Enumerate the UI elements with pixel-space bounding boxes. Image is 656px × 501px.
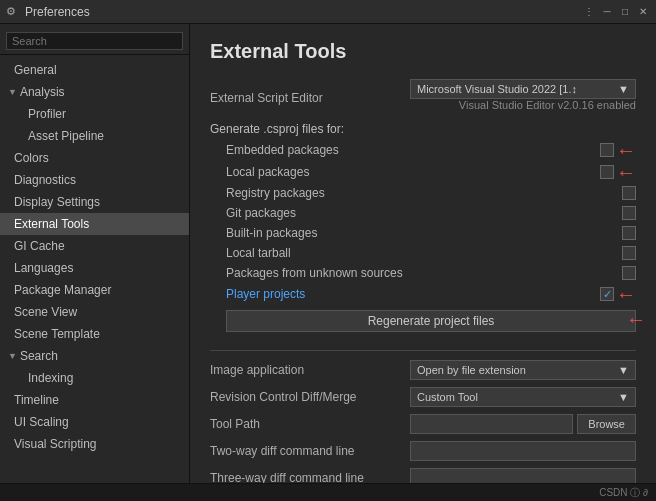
image-app-value: Open by file extension [417,364,526,376]
vs-editor-note: Visual Studio Editor v2.0.16 enabled [410,99,636,111]
tool-path-input[interactable] [410,414,573,434]
cb-label-git: Git packages [226,206,618,220]
cb-label-player: Player projects [226,287,596,301]
external-script-editor-dropdown[interactable]: Microsoft Visual Studio 2022 [1.↕ ▼ [410,79,636,99]
sidebar-item-search[interactable]: ▼Search [0,345,189,367]
collapse-arrow: ▼ [8,83,17,101]
generate-label: Generate .csproj files for: [210,122,636,136]
main-layout: General ▼Analysis Profiler Asset Pipelin… [0,24,656,483]
sidebar-item-external-tools[interactable]: External Tools [0,213,189,235]
revision-label: Revision Control Diff/Merge [210,390,410,404]
revision-row: Revision Control Diff/Merge Custom Tool … [210,386,636,408]
sidebar-item-package-manager[interactable]: Package Manager [0,279,189,301]
sidebar-item-scene-template[interactable]: Scene Template [0,323,189,345]
window-controls: ⋮ ─ □ ✕ [582,5,650,19]
checkbox-row-player: Player projects ✓ ← [210,284,636,304]
cb-label-local: Local packages [226,165,596,179]
checkbox-row-unknown: Packages from unknown sources [210,264,636,282]
title-bar: ⚙ Preferences ⋮ ─ □ ✕ [0,0,656,24]
three-way-label: Three-way diff command line [210,471,410,483]
dropdown-arrow: ▼ [618,83,629,95]
sidebar-item-gi-cache[interactable]: GI Cache [0,235,189,257]
checkbox-row-builtin: Built-in packages [210,224,636,242]
regen-area: Regenerate project files ← [210,306,636,342]
tool-path-label: Tool Path [210,417,410,431]
cb-label-unknown: Packages from unknown sources [226,266,618,280]
sidebar-search-area [0,28,189,55]
cb-label-embedded: Embedded packages [226,143,596,157]
two-way-control [410,441,636,461]
close-button[interactable]: ✕ [636,5,650,19]
image-app-dropdown[interactable]: Open by file extension ▼ [410,360,636,380]
sidebar-item-languages[interactable]: Languages [0,257,189,279]
sidebar-item-visual-scripting[interactable]: Visual Scripting [0,433,189,455]
cb-label-tarball: Local tarball [226,246,618,260]
cb-label-builtin: Built-in packages [226,226,618,240]
sidebar-item-analysis[interactable]: ▼Analysis [0,81,189,103]
cb-git[interactable] [622,206,636,220]
checkbox-row-registry: Registry packages [210,184,636,202]
arrow-player: ← [616,284,636,304]
sidebar-item-general[interactable]: General [0,59,189,81]
image-app-dropdown-arrow: ▼ [618,364,629,376]
tool-path-row: Tool Path Browse [210,413,636,435]
search-input[interactable] [6,32,183,50]
cb-local[interactable] [600,165,614,179]
external-script-editor-control: Microsoft Visual Studio 2022 [1.↕ ▼ Visu… [410,79,636,117]
sidebar-item-ui-scaling[interactable]: UI Scaling [0,411,189,433]
revision-value: Custom Tool [417,391,478,403]
arrow-regen: ← [626,308,646,331]
cb-tarball[interactable] [622,246,636,260]
embedded-cb-area: ← [596,140,636,160]
sidebar-item-timeline[interactable]: Timeline [0,389,189,411]
window-title: Preferences [25,5,582,19]
revision-dropdown-arrow: ▼ [618,391,629,403]
sidebar-item-indexing[interactable]: Indexing [0,367,189,389]
sidebar-item-asset-pipeline[interactable]: Asset Pipeline [0,125,189,147]
two-way-input[interactable] [410,441,636,461]
cb-registry[interactable] [622,186,636,200]
sidebar-item-diagnostics[interactable]: Diagnostics [0,169,189,191]
arrow-local: ← [616,162,636,182]
tool-path-control: Browse [410,414,636,434]
browse-button[interactable]: Browse [577,414,636,434]
cb-label-registry: Registry packages [226,186,618,200]
two-way-row: Two-way diff command line [210,440,636,462]
image-app-label: Image application [210,363,410,377]
checkbox-row-local: Local packages ← [210,162,636,182]
player-cb-area: ✓ ← [596,284,636,304]
three-way-input[interactable] [410,468,636,483]
cb-builtin[interactable] [622,226,636,240]
content-area: External Tools External Script Editor Mi… [190,24,656,483]
cb-embedded[interactable] [600,143,614,157]
gear-icon: ⚙ [6,5,20,19]
revision-dropdown[interactable]: Custom Tool ▼ [410,387,636,407]
maximize-button[interactable]: □ [618,5,632,19]
cb-player[interactable]: ✓ [600,287,614,301]
three-way-row: Three-way diff command line [210,467,636,483]
menu-icon[interactable]: ⋮ [582,5,596,19]
page-title: External Tools [210,40,636,63]
revision-control: Custom Tool ▼ [410,387,636,407]
external-script-editor-value: Microsoft Visual Studio 2022 [1.↕ [417,83,577,95]
regenerate-button[interactable]: Regenerate project files [226,310,636,332]
sidebar-item-display-settings[interactable]: Display Settings [0,191,189,213]
collapse-arrow-search: ▼ [8,347,17,365]
minimize-button[interactable]: ─ [600,5,614,19]
external-script-editor-label: External Script Editor [210,91,410,105]
sidebar: General ▼Analysis Profiler Asset Pipelin… [0,24,190,483]
cb-unknown[interactable] [622,266,636,280]
checkbox-row-embedded: Embedded packages ← [210,140,636,160]
sidebar-item-colors[interactable]: Colors [0,147,189,169]
arrow-embedded: ← [616,140,636,160]
status-bar: CSDN ⓘ ∂ [0,483,656,501]
three-way-control [410,468,636,483]
checkbox-row-git: Git packages [210,204,636,222]
external-script-editor-row: External Script Editor Microsoft Visual … [210,79,636,117]
image-app-row: Image application Open by file extension… [210,359,636,381]
sidebar-item-profiler[interactable]: Profiler [0,103,189,125]
status-text: CSDN ⓘ ∂ [599,486,648,500]
divider-1 [210,350,636,351]
sidebar-item-scene-view[interactable]: Scene View [0,301,189,323]
two-way-label: Two-way diff command line [210,444,410,458]
